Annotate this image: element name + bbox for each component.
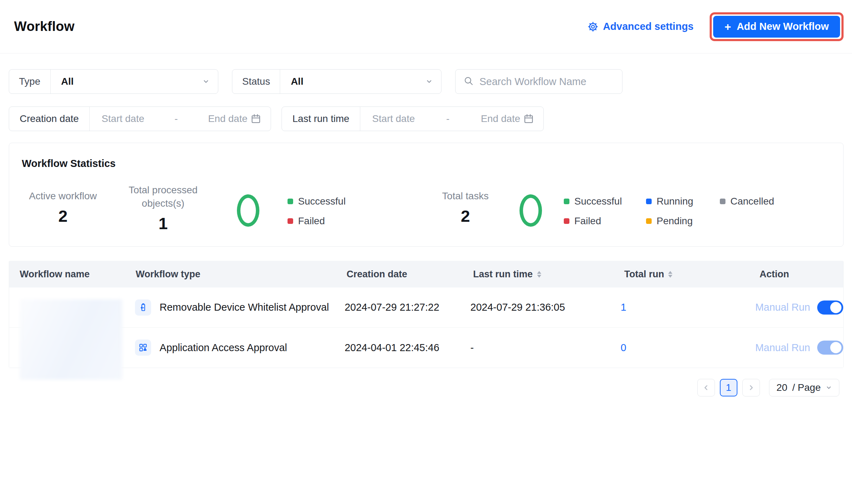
workflow-enabled-toggle[interactable] bbox=[817, 341, 843, 355]
tasks-chart-legend-col2: Running Pending bbox=[646, 196, 693, 227]
legend-label: Successful bbox=[298, 196, 346, 207]
col-header-total-run[interactable]: Total run bbox=[624, 269, 753, 280]
col-header-creation-date: Creation date bbox=[347, 269, 473, 280]
total-processed-value: 1 bbox=[110, 214, 216, 233]
active-workflow-value: 2 bbox=[12, 206, 114, 226]
advanced-settings-label: Advanced settings bbox=[603, 21, 693, 32]
legend-item: Pending bbox=[646, 215, 693, 227]
chevron-down-icon bbox=[826, 385, 832, 391]
workflow-table: Workflow name Workflow type Creation dat… bbox=[9, 261, 844, 368]
last-run-start-date-input[interactable]: Start date bbox=[372, 113, 415, 124]
type-filter-select[interactable]: Type All bbox=[9, 69, 218, 94]
page-size-suffix: / Page bbox=[792, 382, 821, 393]
manual-run-button[interactable]: Manual Run bbox=[755, 302, 810, 313]
status-filter-value: All bbox=[280, 76, 426, 87]
running-color-swatch bbox=[646, 199, 652, 204]
plus-icon: + bbox=[724, 21, 731, 32]
red-highlight-annotation: + Add New Workflow bbox=[710, 12, 844, 41]
total-tasks-value: 2 bbox=[420, 206, 511, 226]
table-row: Removable Device Whitelist Approval 2024… bbox=[9, 287, 843, 328]
chevron-down-icon bbox=[426, 78, 433, 85]
failed-color-swatch bbox=[288, 218, 293, 224]
advanced-settings-link[interactable]: Advanced settings bbox=[587, 21, 693, 32]
col-header-action: Action bbox=[753, 269, 843, 280]
cancelled-color-swatch bbox=[720, 199, 725, 204]
gear-icon bbox=[587, 21, 599, 32]
col-header-workflow-type: Workflow type bbox=[136, 269, 347, 280]
legend-label: Failed bbox=[298, 215, 325, 227]
page-header: Workflow Advanced settings + Add New Wor… bbox=[0, 0, 852, 53]
creation-start-date-input[interactable]: Start date bbox=[102, 113, 144, 124]
successful-color-swatch bbox=[288, 199, 293, 204]
statistics-title: Workflow Statistics bbox=[22, 158, 116, 169]
range-separator: - bbox=[418, 113, 478, 124]
legend-item: Successful bbox=[288, 196, 346, 207]
calendar-icon bbox=[250, 113, 262, 124]
legend-item: Running bbox=[646, 196, 693, 207]
total-processed-stat: Total processed objects(s) 1 bbox=[110, 183, 216, 233]
col-header-workflow-name: Workflow name bbox=[9, 269, 136, 280]
last-run-time-filter-label: Last run time bbox=[282, 113, 360, 124]
creation-date-cell: 2024-04-01 22:45:46 bbox=[344, 342, 470, 354]
workflow-statistics-panel: Workflow Statistics Active workflow 2 To… bbox=[9, 143, 844, 247]
page-size-select[interactable]: 20 / Page bbox=[769, 379, 839, 396]
legend-label: Running bbox=[657, 196, 693, 207]
total-processed-label-line1: Total processed bbox=[129, 185, 198, 195]
last-run-time-cell: 2024-07-29 21:36:05 bbox=[470, 302, 620, 313]
filters-section: Type All Status All Creation date bbox=[0, 69, 852, 131]
workflow-type-label: Application Access Approval bbox=[160, 342, 287, 354]
col-header-last-run-time[interactable]: Last run time bbox=[473, 269, 624, 280]
redacted-workflow-name-blur bbox=[20, 299, 122, 380]
search-input[interactable] bbox=[479, 76, 614, 88]
type-filter-value: All bbox=[51, 76, 202, 87]
pagination: 1 20 / Page bbox=[0, 379, 852, 396]
workflow-type-cell: Application Access Approval bbox=[135, 340, 344, 356]
creation-date-filter-label: Creation date bbox=[9, 113, 89, 124]
legend-item: Cancelled bbox=[720, 196, 774, 207]
status-filter-select[interactable]: Status All bbox=[232, 69, 441, 94]
page-size-value: 20 bbox=[776, 382, 787, 393]
page-title: Workflow bbox=[14, 19, 75, 34]
total-processed-label-line2: objects(s) bbox=[142, 198, 184, 209]
toggle-knob bbox=[830, 302, 841, 313]
last-run-time-range-picker[interactable]: Last run time Start date - End date bbox=[282, 106, 544, 131]
status-filter-label: Status bbox=[232, 76, 280, 87]
sort-icon[interactable] bbox=[537, 271, 541, 278]
total-tasks-stat: Total tasks 2 bbox=[420, 189, 511, 226]
tasks-chart-legend-col3: Cancelled bbox=[720, 196, 774, 207]
tasks-donut-chart bbox=[519, 194, 542, 227]
active-workflow-label: Active workflow bbox=[12, 189, 114, 203]
total-tasks-label: Total tasks bbox=[420, 189, 511, 203]
previous-page-button[interactable] bbox=[697, 379, 715, 396]
add-new-workflow-button[interactable]: + Add New Workflow bbox=[713, 16, 840, 38]
legend-label: Successful bbox=[574, 196, 622, 207]
next-page-button[interactable] bbox=[742, 379, 760, 396]
workflow-type-cell: Removable Device Whitelist Approval bbox=[135, 299, 344, 316]
calendar-icon bbox=[523, 113, 534, 124]
pending-color-swatch bbox=[646, 218, 652, 224]
sort-icon[interactable] bbox=[668, 271, 672, 278]
legend-label: Failed bbox=[574, 215, 601, 227]
creation-date-cell: 2024-07-29 21:27:22 bbox=[344, 302, 470, 313]
processed-objects-donut-chart bbox=[237, 194, 259, 227]
creation-date-range-picker[interactable]: Creation date Start date - End date bbox=[9, 106, 271, 131]
table-row: Application Access Approval 2024-04-01 2… bbox=[9, 328, 843, 368]
workflow-enabled-toggle[interactable] bbox=[817, 301, 843, 315]
legend-label: Pending bbox=[657, 215, 693, 227]
workflow-type-label: Removable Device Whitelist Approval bbox=[160, 302, 329, 313]
col-header-label: Total run bbox=[624, 269, 664, 280]
add-new-workflow-label: Add New Workflow bbox=[737, 21, 829, 32]
workflow-name-search[interactable] bbox=[455, 69, 622, 94]
failed-color-swatch bbox=[564, 218, 569, 224]
legend-item: Successful bbox=[564, 196, 622, 207]
legend-item: Failed bbox=[288, 215, 346, 227]
total-run-link[interactable]: 1 bbox=[621, 302, 626, 313]
application-grid-icon bbox=[135, 340, 151, 356]
page-1-button[interactable]: 1 bbox=[720, 379, 737, 396]
range-separator: - bbox=[147, 113, 205, 124]
manual-run-button[interactable]: Manual Run bbox=[755, 342, 810, 354]
last-run-end-date-input[interactable]: End date bbox=[481, 113, 520, 124]
creation-end-date-input[interactable]: End date bbox=[208, 113, 247, 124]
total-run-link[interactable]: 0 bbox=[621, 342, 626, 354]
legend-label: Cancelled bbox=[730, 196, 774, 207]
